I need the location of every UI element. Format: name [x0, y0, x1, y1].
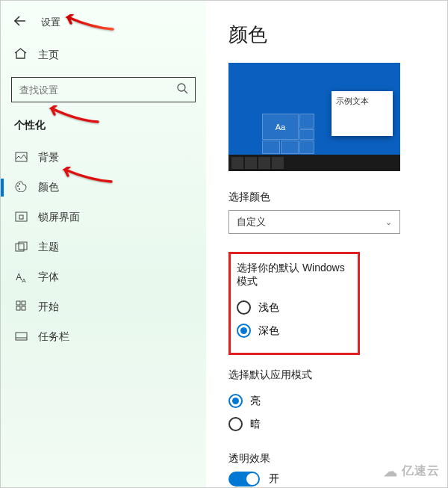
nav-home[interactable]: 主页 — [1, 40, 206, 70]
nav-lockscreen[interactable]: 锁屏界面 — [1, 203, 206, 232]
section-title: 个性化 — [1, 116, 206, 143]
windows-mode-label: 选择你的默认 Windows 模式 — [237, 262, 352, 288]
svg-rect-6 — [16, 212, 27, 221]
svg-point-4 — [19, 183, 20, 185]
radio-icon — [237, 324, 251, 338]
color-preview: Aa 示例文本 — [228, 63, 400, 171]
radio-label: 亮 — [250, 395, 261, 408]
nav-themes[interactable]: 主题 — [1, 232, 206, 262]
picture-icon — [14, 152, 28, 164]
windows-mode-group: 选择你的默认 Windows 模式 浅色 深色 — [228, 252, 360, 355]
radio-icon — [237, 300, 251, 315]
nav-item-label: 主题 — [38, 241, 59, 254]
svg-point-3 — [17, 185, 19, 187]
cloud-icon: ☁ — [384, 464, 398, 479]
svg-point-5 — [19, 188, 20, 190]
svg-rect-7 — [19, 215, 23, 219]
back-button[interactable] — [14, 14, 26, 30]
radio-app-dark[interactable]: 暗 — [228, 413, 432, 436]
svg-rect-14 — [16, 333, 27, 340]
nav-item-label: 锁屏界面 — [38, 211, 80, 224]
search-icon — [177, 83, 188, 96]
app-mode-group: 选择默认应用模式 亮 暗 — [228, 368, 432, 436]
preview-taskbar — [228, 155, 400, 171]
search-wrap — [11, 77, 196, 102]
preview-window: 示例文本 — [332, 91, 393, 136]
radio-label: 浅色 — [258, 301, 279, 315]
svg-rect-13 — [22, 306, 25, 310]
color-select-value: 自定义 — [237, 215, 266, 229]
nav-item-label: 任务栏 — [38, 330, 69, 344]
nav-home-label: 主页 — [38, 49, 59, 62]
radio-label: 深色 — [258, 324, 279, 338]
nav-background[interactable]: 背景 — [1, 143, 206, 173]
svg-line-1 — [184, 90, 187, 93]
nav-fonts[interactable]: AA 字体 — [1, 262, 206, 292]
start-icon — [14, 300, 28, 314]
radio-label: 暗 — [250, 418, 261, 431]
preview-tile-big: Aa — [262, 114, 299, 140]
transparency-value: 开 — [269, 472, 279, 486]
taskbar-icon — [14, 331, 28, 343]
transparency-toggle[interactable] — [228, 472, 260, 487]
radio-icon — [228, 417, 243, 431]
color-select[interactable]: 自定义 ⌄ — [228, 210, 400, 234]
watermark: ☁ 亿速云 — [384, 463, 440, 480]
radio-app-light[interactable]: 亮 — [228, 389, 432, 413]
page-title: 颜色 — [228, 22, 432, 48]
sidebar: 设置 主页 个性化 背景 颜色 锁屏界面 主题 AA 字体 开始 任务 — [1, 1, 206, 487]
svg-rect-11 — [22, 301, 25, 305]
app-title: 设置 — [41, 16, 60, 29]
nav-item-label: 背景 — [38, 151, 59, 164]
nav-item-label: 颜色 — [38, 181, 59, 194]
nav-item-label: 开始 — [38, 300, 59, 314]
chevron-down-icon: ⌄ — [385, 217, 392, 227]
themes-icon — [14, 241, 28, 254]
fonts-icon: AA — [14, 271, 28, 284]
lockscreen-icon — [14, 211, 28, 224]
svg-point-0 — [178, 84, 185, 91]
search-input[interactable] — [11, 77, 196, 102]
color-picker-label: 选择颜色 — [228, 191, 432, 204]
radio-windows-light[interactable]: 浅色 — [237, 296, 352, 319]
radio-icon — [228, 394, 243, 408]
svg-rect-10 — [16, 301, 20, 305]
nav-taskbar[interactable]: 任务栏 — [1, 322, 206, 352]
nav-start[interactable]: 开始 — [1, 292, 206, 322]
preview-tiles: Aa — [262, 114, 314, 155]
main-panel: 颜色 Aa 示例文本 选择颜色 自定义 ⌄ 选择你的默认 Windows 模式 … — [206, 1, 447, 487]
watermark-text: 亿速云 — [402, 464, 440, 477]
svg-rect-12 — [16, 306, 20, 310]
radio-windows-dark[interactable]: 深色 — [237, 319, 352, 342]
palette-icon — [14, 181, 28, 194]
home-icon — [14, 48, 28, 62]
nav-item-label: 字体 — [38, 271, 59, 284]
nav-colors[interactable]: 颜色 — [1, 173, 206, 203]
app-mode-label: 选择默认应用模式 — [228, 368, 432, 382]
